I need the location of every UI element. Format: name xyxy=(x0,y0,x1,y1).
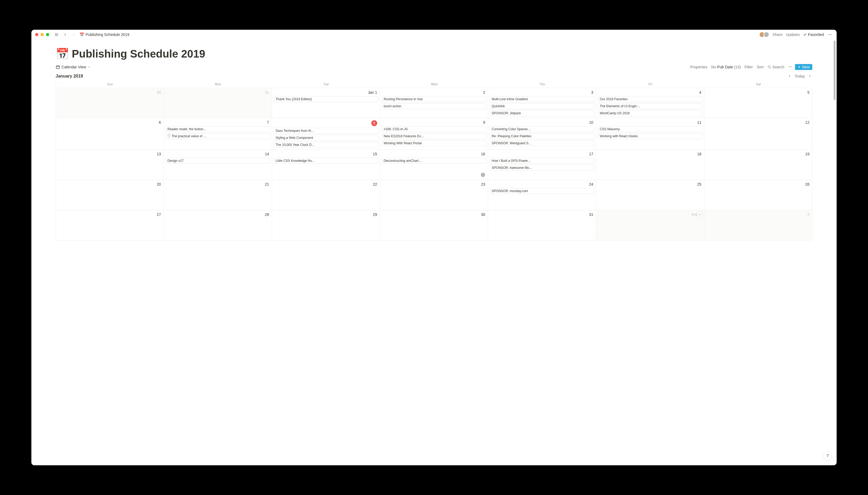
sort-button[interactable]: Sort xyxy=(755,64,765,70)
search-button[interactable]: Search xyxy=(766,64,785,70)
updates-button[interactable]: Updates xyxy=(786,32,800,37)
share-button[interactable]: Share xyxy=(772,32,783,37)
properties-button[interactable]: Properties xyxy=(689,64,708,70)
day-cell[interactable]: Feb 1 xyxy=(596,210,704,240)
event-item[interactable]: #168: CSS-in-JS xyxy=(382,126,486,132)
today-button[interactable]: Today xyxy=(795,74,805,78)
favorited-button[interactable]: Favorited xyxy=(803,32,824,37)
day-cell[interactable]: 26 xyxy=(704,180,813,210)
assignee-avatar[interactable] xyxy=(480,172,486,177)
event-item[interactable]: Routing Persistence in Vue xyxy=(382,96,486,102)
day-cell[interactable]: 5 xyxy=(704,88,813,118)
day-cell[interactable]: 24SPONSOR: monday.com xyxy=(488,180,596,210)
day-cell[interactable]: 2 xyxy=(704,210,813,240)
maximize-window-icon[interactable] xyxy=(46,33,49,36)
scrollbar-track[interactable] xyxy=(834,40,836,465)
day-cell[interactable]: 8Sass Techniques from th…Styling a Web C… xyxy=(272,118,380,150)
day-cell[interactable]: 23 xyxy=(380,180,488,210)
event-item[interactable]: Working With React Portal xyxy=(382,140,486,146)
scrollbar-thumb[interactable] xyxy=(834,40,836,100)
page-title[interactable]: 📅 Publishing Schedule 2019 xyxy=(56,48,813,60)
event-item[interactable]: Reader mode: the button… xyxy=(166,126,270,132)
day-cell[interactable]: 9#168: CSS-in-JSNew ES2018 Features Ev…W… xyxy=(380,118,488,150)
event-item[interactable]: Deconstructing amChart… xyxy=(382,158,486,164)
event-item[interactable]: Quicklink xyxy=(490,103,594,109)
day-cell[interactable]: 4Our 2018 FavoritesThe Elements of UI En… xyxy=(596,88,704,118)
day-cell[interactable]: 19 xyxy=(704,150,813,180)
view-selector[interactable]: Calendar View xyxy=(56,65,90,69)
event-item[interactable]: SPONSOR: Westguard S… xyxy=(490,140,594,146)
event-item[interactable]: The Elements of UI Engin… xyxy=(598,103,702,109)
next-month-icon[interactable] xyxy=(807,73,812,79)
breadcrumb[interactable]: 📅 Publishing Schedule 2019 xyxy=(80,32,130,37)
day-cell[interactable]: 21 xyxy=(164,180,272,210)
day-cell[interactable]: 10Converting Color Spaces…Re: Pleasing C… xyxy=(488,118,596,150)
event-item[interactable]: SPONSOR: Jetpack xyxy=(490,110,594,116)
event-title: Little CSS Knowledge Nu… xyxy=(276,159,315,163)
minimize-window-icon[interactable] xyxy=(40,33,44,36)
day-cell[interactable]: 28 xyxy=(164,210,272,240)
event-item[interactable]: touch-action xyxy=(382,103,486,109)
day-cell[interactable]: 27 xyxy=(56,210,164,240)
event-item[interactable]: How I Built a GPS-Power… xyxy=(490,158,594,164)
event-item[interactable]: Thank You (2019 Edition) xyxy=(274,96,378,102)
help-button[interactable]: ? xyxy=(823,452,832,460)
day-cell[interactable]: 25 xyxy=(596,180,704,210)
day-cell[interactable]: 2Routing Persistence in Vuetouch-action xyxy=(380,88,488,118)
event-item[interactable]: CSS Masonry xyxy=(598,126,702,132)
day-cell[interactable]: Jan 1Thank You (2019 Edition) xyxy=(272,88,380,118)
day-number: 30 xyxy=(382,212,486,218)
day-cell[interactable]: 15Little CSS Knowledge Nu… xyxy=(272,150,380,180)
filter-pill[interactable]: No Pub Date (13) xyxy=(710,64,742,70)
day-cell[interactable]: 12 xyxy=(704,118,813,150)
day-cell[interactable]: 3Multi-Line Inline GradientQuicklinkSPON… xyxy=(488,88,596,118)
forward-icon[interactable] xyxy=(71,32,77,37)
day-cell[interactable]: 31 xyxy=(488,210,596,240)
day-cell[interactable]: 16Deconstructing amChart… xyxy=(380,150,488,180)
day-cell[interactable]: 11CSS MasonryWorking with React Hooks xyxy=(596,118,704,150)
new-button[interactable]: New xyxy=(795,64,812,70)
event-item[interactable]: Little CSS Knowledge Nu… xyxy=(274,158,378,164)
back-icon[interactable] xyxy=(62,32,68,37)
svg-point-4 xyxy=(830,34,830,35)
event-item[interactable]: New ES2018 Features Ev… xyxy=(382,133,486,139)
avatar[interactable] xyxy=(763,32,769,37)
event-item[interactable]: Working with React Hooks xyxy=(598,133,702,139)
event-item[interactable]: Sass Techniques from th… xyxy=(274,128,378,134)
dow-label: Tue xyxy=(272,81,380,88)
page-icon[interactable]: 📅 xyxy=(56,48,69,60)
event-item[interactable]: Design v17 xyxy=(166,158,270,164)
day-cell[interactable]: 14Design v17 xyxy=(164,150,272,180)
event-item[interactable]: Re: Pleasing Color Palettes xyxy=(490,133,594,139)
add-event-button[interactable] xyxy=(697,212,702,217)
day-cell[interactable]: 18 xyxy=(596,150,704,180)
day-cell[interactable]: 22 xyxy=(272,180,380,210)
event-item[interactable]: SPONSOR: monday.com xyxy=(490,188,594,194)
event-item[interactable]: Converting Color Spaces… xyxy=(490,126,594,132)
event-item[interactable]: Our 2018 Favorites xyxy=(598,96,702,102)
day-cell[interactable]: 20 xyxy=(56,180,164,210)
prev-month-icon[interactable] xyxy=(787,73,792,79)
menu-icon[interactable] xyxy=(53,32,60,37)
more-icon[interactable] xyxy=(827,32,833,37)
filter-button[interactable]: Filter xyxy=(743,64,754,70)
day-cell[interactable]: 31 xyxy=(164,88,272,118)
day-cell[interactable]: 13 xyxy=(56,150,164,180)
event-title: Working With React Portal xyxy=(384,141,422,145)
event-item[interactable]: The 10,000 Year Clock D… xyxy=(274,142,378,148)
day-cell[interactable]: 30 xyxy=(56,88,164,118)
day-number: 7 xyxy=(166,120,270,126)
day-cell[interactable]: 30 xyxy=(380,210,488,240)
view-more-icon[interactable] xyxy=(787,64,794,70)
day-cell[interactable]: 6 xyxy=(56,118,164,150)
event-item[interactable]: SPONSOR: Awesome Mo… xyxy=(490,165,594,171)
event-item[interactable]: Styling a Web Component xyxy=(274,135,378,141)
day-cell[interactable]: 17How I Built a GPS-Power…SPONSOR: Aweso… xyxy=(488,150,596,180)
day-cell[interactable]: 29 xyxy=(272,210,380,240)
event-item[interactable]: The practical value of … xyxy=(166,133,270,139)
presence-avatars[interactable] xyxy=(759,32,769,37)
close-window-icon[interactable] xyxy=(35,33,38,36)
day-cell[interactable]: 7Reader mode: the button…The practical v… xyxy=(164,118,272,150)
event-item[interactable]: Multi-Line Inline Gradient xyxy=(490,96,594,102)
event-item[interactable]: WordCamp US 2018 xyxy=(598,110,702,116)
